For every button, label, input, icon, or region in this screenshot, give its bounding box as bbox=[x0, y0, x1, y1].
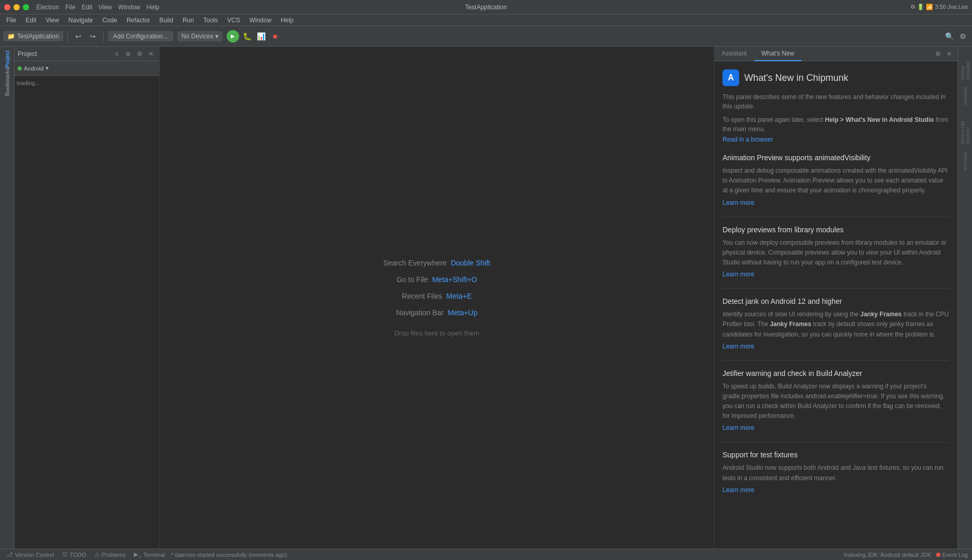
sidebar-item-emulator[interactable]: Emulator bbox=[959, 145, 972, 176]
goto-file-label: Go to File bbox=[396, 275, 428, 284]
daemon-status-text: * daemon started successfully (moments a… bbox=[171, 552, 287, 558]
window-menu[interactable]: Window bbox=[118, 4, 141, 11]
whats-new-section-4: Jetifier warning and check in Build Anal… bbox=[723, 369, 949, 432]
help-menu[interactable]: Help bbox=[147, 4, 160, 11]
whats-new-section-1: Animation Preview supports animatedVisib… bbox=[723, 153, 949, 206]
problems-tab[interactable]: ⚠ Problems bbox=[92, 549, 128, 561]
tab-assistant[interactable]: Assistant bbox=[714, 47, 754, 61]
android-selector[interactable]: Android ▾ bbox=[18, 65, 49, 72]
sidebar-item-device-file-explorer[interactable]: Device File Explorer bbox=[959, 113, 972, 144]
android-label: Android bbox=[24, 65, 44, 72]
profile-button[interactable]: 📊 bbox=[255, 30, 267, 43]
close-panel-button[interactable]: ✕ bbox=[146, 49, 156, 59]
whats-new-title: What's New in Chipmunk bbox=[744, 73, 849, 83]
folder-icon: 📁 bbox=[7, 33, 15, 40]
drop-files-text: Drop files here to open them bbox=[394, 329, 479, 337]
section-3-learn-more[interactable]: Learn more bbox=[723, 343, 949, 350]
whats-new-reopen-text: To open this panel again later, select H… bbox=[723, 115, 949, 134]
electron-menu[interactable]: Electron bbox=[36, 4, 59, 11]
search-everywhere-button[interactable]: 🔍 bbox=[943, 30, 955, 43]
version-control-label: Version Control bbox=[15, 552, 54, 558]
settings-button[interactable]: ⚙ bbox=[956, 30, 969, 43]
android-status-dot bbox=[18, 66, 22, 71]
menu-code[interactable]: Code bbox=[98, 16, 121, 25]
problems-label: Problems bbox=[102, 552, 126, 558]
section-3-title: Detect jank on Android 12 and higher bbox=[723, 297, 949, 305]
menu-build[interactable]: Build bbox=[155, 16, 177, 25]
read-in-browser-link[interactable]: Read in a browser bbox=[723, 136, 949, 143]
section-5-learn-more[interactable]: Learn more bbox=[723, 486, 949, 494]
project-content: loading... bbox=[15, 76, 159, 549]
whats-new-description: This panel describes some of the new fea… bbox=[723, 92, 949, 111]
file-menu[interactable]: File bbox=[65, 4, 75, 11]
chevron-down-icon: ▾ bbox=[46, 65, 49, 72]
settings-icon[interactable]: ⚙ bbox=[933, 49, 943, 59]
main-layout: Project Bookmarks Project ≡ ⊕ ⚙ ✕ Androi… bbox=[0, 47, 972, 549]
project-panel: Project ≡ ⊕ ⚙ ✕ Android ▾ loading... bbox=[15, 47, 160, 549]
close-right-panel-button[interactable]: ✕ bbox=[944, 49, 954, 59]
whats-new-section-5: Support for test fixtures Android Studio… bbox=[723, 451, 949, 493]
menu-tools[interactable]: Tools bbox=[199, 16, 222, 25]
menu-edit[interactable]: Edit bbox=[21, 16, 40, 25]
menu-help[interactable]: Help bbox=[276, 16, 298, 25]
status-bar: ⎇ Version Control ☑ TODO ⚠ Problems ▶_ T… bbox=[0, 549, 972, 560]
close-button[interactable] bbox=[4, 4, 10, 10]
system-icons: ⚙ 🔋 📶 3:50 Joe.Lee bbox=[910, 4, 968, 10]
right-panel-header: Assistant What's New ⚙ ✕ bbox=[714, 47, 957, 61]
search-label: Search Everywhere bbox=[383, 259, 447, 267]
menu-vcs[interactable]: VCS bbox=[223, 16, 244, 25]
section-2-title: Deploy previews from library modules bbox=[723, 226, 949, 234]
menu-file[interactable]: File bbox=[2, 16, 20, 25]
debug-button[interactable]: 🐛 bbox=[241, 30, 253, 43]
view-menu[interactable]: View bbox=[99, 4, 112, 11]
gear-icon[interactable]: ⚙ bbox=[134, 49, 145, 59]
nav-bar-key: Meta+Up bbox=[448, 309, 477, 317]
sidebar-item-project[interactable]: Project bbox=[1, 49, 13, 69]
todo-label: TODO bbox=[70, 552, 86, 558]
stop-button[interactable]: ■ bbox=[269, 30, 281, 43]
add-configuration-button[interactable]: Add Configuration... bbox=[108, 31, 173, 41]
whats-new-content: A What's New in Chipmunk This panel desc… bbox=[714, 61, 957, 549]
section-4-learn-more[interactable]: Learn more bbox=[723, 424, 949, 431]
toolbar-separator-2 bbox=[103, 30, 104, 43]
android-studio-logo: A bbox=[723, 69, 739, 86]
menu-navigate[interactable]: Navigate bbox=[64, 16, 97, 25]
tab-whats-new[interactable]: What's New bbox=[754, 47, 802, 61]
collapse-all-button[interactable]: ≡ bbox=[112, 49, 122, 59]
project-panel-title: Project bbox=[18, 50, 37, 58]
terminal-tab[interactable]: ▶_ Terminal bbox=[132, 549, 167, 561]
editor-area: Search Everywhere Double Shift Go to Fil… bbox=[160, 47, 714, 549]
menu-window[interactable]: Window bbox=[245, 16, 276, 25]
sidebar-item-device-manager[interactable]: Device Manager bbox=[959, 49, 972, 80]
menu-refactor[interactable]: Refactor bbox=[122, 16, 154, 25]
redo-button[interactable]: ↪ bbox=[87, 30, 99, 43]
section-4-title: Jetifier warning and check in Build Anal… bbox=[723, 369, 949, 377]
menu-view[interactable]: View bbox=[41, 16, 63, 25]
left-sidebar-icons: Project Bookmarks bbox=[0, 47, 15, 549]
maximize-button[interactable] bbox=[23, 4, 29, 10]
event-log-dot bbox=[936, 553, 940, 557]
section-1-learn-more[interactable]: Learn more bbox=[723, 199, 949, 206]
section-2-learn-more[interactable]: Learn more bbox=[723, 271, 949, 278]
whats-new-section-2: Deploy previews from library modules You… bbox=[723, 226, 949, 278]
device-selector[interactable]: No Devices ▾ bbox=[177, 31, 223, 41]
project-selector[interactable]: 📁 TestApplication bbox=[3, 31, 63, 41]
divider-2 bbox=[723, 288, 949, 289]
shortcut-search: Search Everywhere Double Shift bbox=[383, 259, 490, 267]
minimize-button[interactable] bbox=[13, 4, 20, 10]
search-key: Double Shift bbox=[451, 259, 490, 267]
sidebar-item-bookmarks[interactable]: Bookmarks bbox=[1, 72, 13, 92]
section-2-body: You can now deploy composable previews f… bbox=[723, 238, 949, 268]
project-name-label: TestApplication bbox=[17, 33, 59, 40]
event-log-button[interactable]: Event Log bbox=[936, 552, 968, 558]
scroll-to-center-button[interactable]: ⊕ bbox=[123, 49, 133, 59]
right-panel-actions: ⚙ ✕ bbox=[933, 49, 957, 59]
sidebar-item-assistant[interactable]: Assistant bbox=[959, 81, 972, 112]
undo-button[interactable]: ↩ bbox=[72, 30, 85, 43]
edit-menu[interactable]: Edit bbox=[81, 4, 92, 11]
version-control-tab[interactable]: ⎇ Version Control bbox=[4, 549, 56, 561]
menu-run[interactable]: Run bbox=[178, 16, 198, 25]
run-button[interactable]: ▶ bbox=[227, 30, 239, 43]
shortcut-nav-bar: Navigation Bar Meta+Up bbox=[396, 309, 477, 317]
todo-tab[interactable]: ☑ TODO bbox=[60, 549, 88, 561]
